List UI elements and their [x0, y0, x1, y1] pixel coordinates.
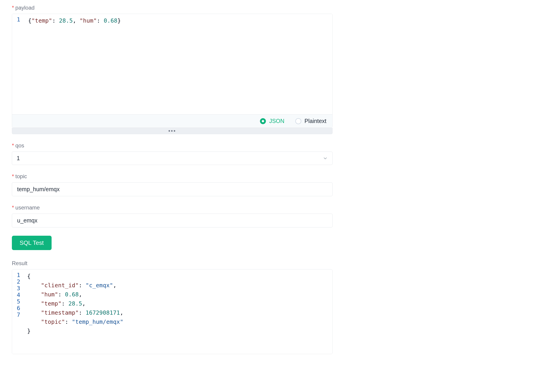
- chevron-down-icon: [323, 156, 328, 161]
- radio-dot-icon: [295, 118, 301, 124]
- format-json-label: JSON: [269, 118, 284, 124]
- sql-test-button[interactable]: SQL Test: [12, 236, 52, 250]
- format-plaintext-label: Plaintext: [305, 118, 326, 124]
- result-label-text: Result: [12, 260, 27, 266]
- format-json-radio[interactable]: JSON: [260, 118, 284, 124]
- sql-test-label: SQL Test: [20, 239, 44, 247]
- radio-dot-icon: [260, 118, 266, 124]
- result-editor: 1234567 { "client_id": "c_emqx", "hum": …: [12, 269, 333, 354]
- payload-label: * payload: [12, 5, 333, 11]
- payload-gutter: 1: [12, 14, 25, 114]
- qos-label-text: qos: [15, 142, 24, 149]
- topic-input[interactable]: [17, 186, 328, 193]
- topic-label-text: topic: [15, 173, 27, 180]
- payload-label-text: payload: [15, 5, 34, 11]
- qos-label: * qos: [12, 142, 333, 149]
- username-label: * username: [12, 205, 333, 211]
- result-code-area[interactable]: { "client_id": "c_emqx", "hum": 0.68, "t…: [25, 270, 332, 354]
- resize-dots-icon: •••: [168, 128, 176, 134]
- result-label: Result: [12, 260, 333, 266]
- required-marker: *: [12, 5, 14, 10]
- required-marker: *: [12, 205, 14, 210]
- required-marker: *: [12, 174, 14, 179]
- username-input[interactable]: [17, 217, 328, 224]
- payload-format-switch: JSON Plaintext: [12, 114, 332, 128]
- username-label-text: username: [15, 205, 40, 211]
- qos-select[interactable]: 1: [12, 151, 333, 165]
- topic-label: * topic: [12, 173, 333, 180]
- username-input-wrap: [12, 214, 333, 228]
- payload-resize-handle[interactable]: •••: [12, 128, 333, 134]
- payload-editor[interactable]: 1 {"temp": 28.5, "hum": 0.68} JSON Plain…: [12, 14, 333, 128]
- required-marker: *: [12, 143, 14, 148]
- qos-value: 1: [17, 155, 20, 162]
- payload-code-area[interactable]: {"temp": 28.5, "hum": 0.68}: [25, 14, 332, 114]
- topic-input-wrap: [12, 182, 333, 196]
- format-plaintext-radio[interactable]: Plaintext: [295, 118, 326, 124]
- result-gutter: 1234567: [12, 270, 25, 354]
